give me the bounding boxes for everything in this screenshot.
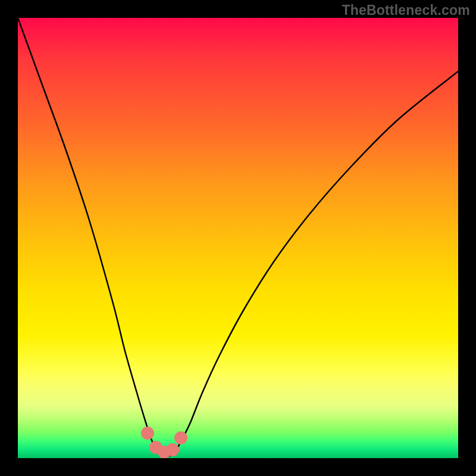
curve-marker [174,431,187,444]
watermark-text: TheBottleneck.com [342,2,470,18]
plot-area [18,18,458,458]
bottleneck-curve [18,18,458,456]
chart-svg [18,18,458,458]
curve-marker [141,427,154,440]
curve-markers [141,427,187,458]
curve-marker [166,443,179,456]
